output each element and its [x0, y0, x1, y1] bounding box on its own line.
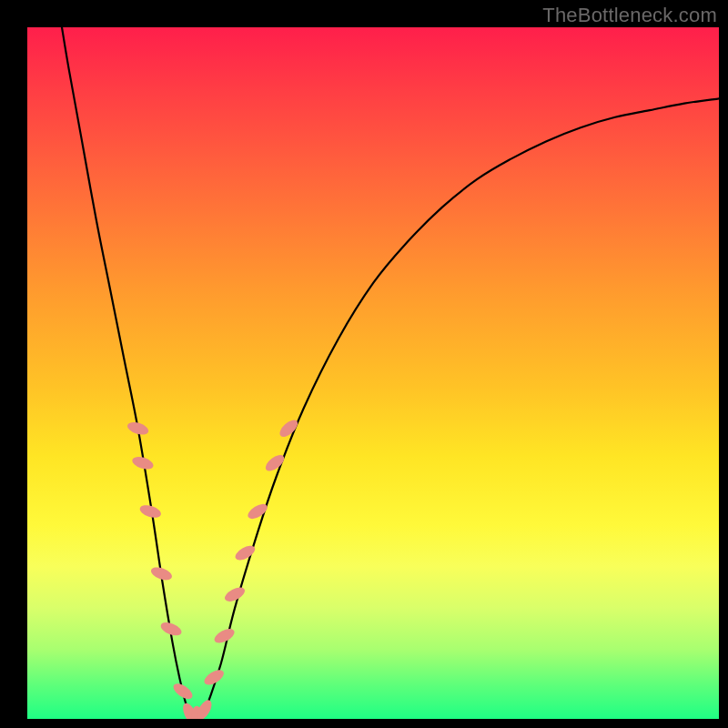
bottleneck-curve [62, 27, 719, 719]
curve-marker [126, 420, 150, 437]
watermark-text: TheBottleneck.com [542, 4, 717, 27]
curve-marker [277, 417, 300, 440]
chart-frame: TheBottleneck.com [0, 0, 728, 728]
curve-marker [263, 452, 287, 474]
curve-marker [171, 681, 196, 703]
curve-markers [126, 417, 300, 719]
plot-area [27, 27, 719, 719]
curve-marker [223, 584, 248, 604]
chart-svg [27, 27, 719, 719]
curve-marker [212, 626, 237, 646]
